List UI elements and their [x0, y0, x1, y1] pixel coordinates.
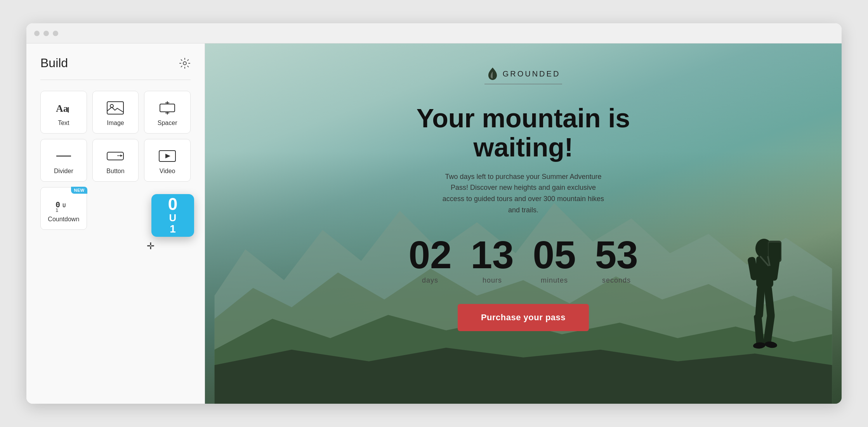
preview-content: GROUNDED Your mountain is waiting! Two d… [205, 43, 842, 331]
right-panel: GROUNDED Your mountain is waiting! Two d… [205, 43, 842, 404]
countdown-hours-value: 13 [470, 235, 514, 274]
brand-name: GROUNDED [503, 69, 561, 78]
browser-content: Build Aa [26, 43, 842, 404]
countdown-seconds-value: 53 [595, 235, 638, 274]
svg-text:1: 1 [56, 208, 58, 212]
button-icon [106, 148, 125, 164]
countdown-label: Countdown [48, 216, 79, 223]
browser-dot-red [34, 31, 40, 36]
panel-divider [40, 80, 191, 80]
settings-icon[interactable] [179, 57, 191, 69]
button-label: Button [106, 168, 124, 175]
countdown-hours: 13 hours [461, 235, 523, 285]
brand-icon [486, 67, 499, 81]
brand-divider [484, 84, 562, 84]
countdown-minutes: 05 minutes [523, 235, 585, 285]
hero-subtitle: Two days left to purchase your Summer Ad… [442, 171, 605, 216]
component-divider[interactable]: Divider [40, 139, 87, 182]
countdown-days-value: 02 [408, 235, 451, 274]
countdown-minutes-label: minutes [541, 276, 568, 285]
text-icon: Aa [54, 100, 73, 116]
svg-point-0 [183, 62, 186, 65]
component-spacer[interactable]: Spacer [144, 91, 191, 134]
panel-header: Build [26, 43, 205, 80]
browser-window: Build Aa [26, 23, 842, 404]
image-icon [106, 100, 125, 116]
component-image[interactable]: Image [92, 91, 139, 134]
component-video[interactable]: Video [144, 139, 191, 182]
svg-marker-15 [165, 154, 170, 158]
new-badge: NEW [71, 187, 87, 194]
drag-countdown-overlay: 0 U 1 [151, 194, 194, 237]
image-label: Image [107, 120, 124, 127]
spacer-label: Spacer [158, 120, 177, 127]
panel-title: Build [40, 56, 68, 70]
video-label: Video [160, 168, 175, 175]
component-countdown[interactable]: NEW 0 U 1 Countdown [40, 187, 87, 230]
countdown-days-label: days [422, 276, 438, 285]
svg-text:Aa: Aa [56, 103, 68, 114]
countdown-minutes-value: 05 [533, 235, 576, 274]
countdown-row: 02 days 13 hours 05 minutes 53 seconds [399, 235, 648, 285]
svg-marker-13 [120, 154, 123, 157]
spacer-icon [158, 100, 177, 116]
countdown-seconds-label: seconds [602, 276, 631, 285]
svg-rect-3 [107, 102, 123, 114]
drag-cursor: ✛ [147, 241, 155, 252]
countdown-hours-label: hours [483, 276, 502, 285]
component-text[interactable]: Aa Text [40, 91, 87, 134]
text-label: Text [58, 120, 69, 127]
hero-title: Your mountain is waiting! [387, 104, 659, 162]
component-button[interactable]: Button [92, 139, 139, 182]
browser-dot-green [53, 31, 58, 36]
brand-logo: GROUNDED [486, 67, 561, 81]
countdown-icon: 0 U 1 [54, 196, 73, 212]
drag-countdown-icon: 0 U 1 [168, 196, 177, 235]
svg-rect-5 [160, 104, 175, 112]
countdown-days: 02 days [399, 235, 461, 285]
svg-text:U: U [62, 202, 66, 208]
divider-icon [54, 148, 73, 164]
browser-dot-yellow [43, 31, 49, 36]
countdown-seconds: 53 seconds [585, 235, 648, 285]
video-icon [158, 148, 177, 164]
browser-titlebar [26, 23, 842, 43]
purchase-button[interactable]: Purchase your pass [458, 304, 589, 331]
divider-label: Divider [54, 168, 73, 175]
